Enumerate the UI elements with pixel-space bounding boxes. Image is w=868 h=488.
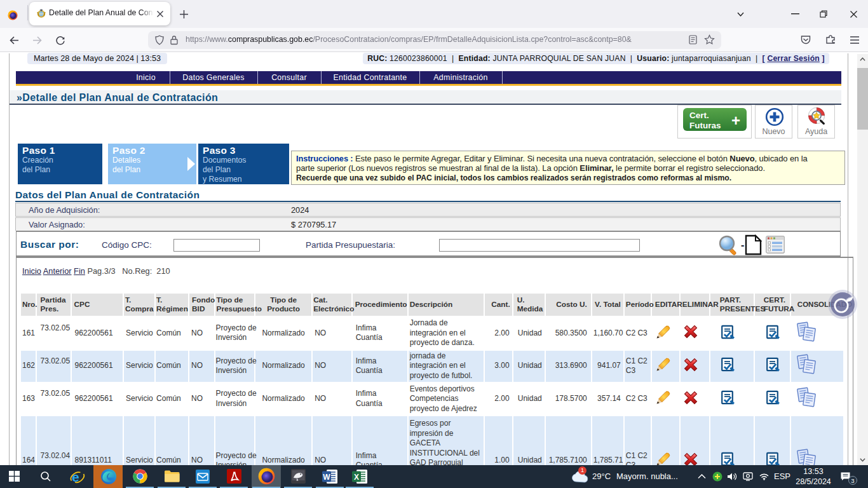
svg-text:W: W xyxy=(323,473,330,482)
svg-text:X: X xyxy=(354,473,359,482)
